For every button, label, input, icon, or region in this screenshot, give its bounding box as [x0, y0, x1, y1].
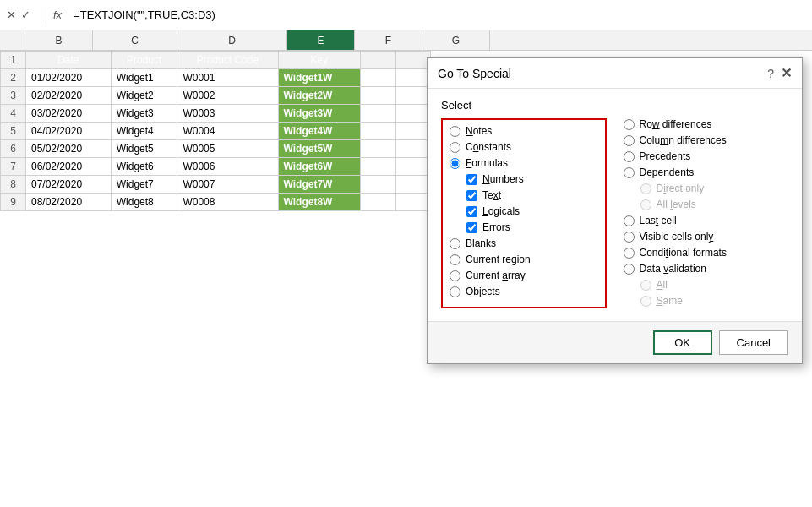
- left-column: Notes Constants Formulas: [441, 118, 607, 311]
- go-to-special-dialog: Go To Special ? ✕ Select Notes: [427, 57, 803, 364]
- direct-only-radio[interactable]: [640, 183, 651, 194]
- all-sub-radio[interactable]: [640, 280, 651, 291]
- same-sub-radio[interactable]: [640, 296, 651, 307]
- visible-only-radio[interactable]: [624, 232, 635, 243]
- dialog-close-button[interactable]: ✕: [781, 65, 792, 81]
- data-validation-radio[interactable]: [624, 264, 635, 275]
- dialog-controls: ? ✕: [767, 65, 792, 81]
- current-array-label: Current array: [466, 270, 526, 281]
- current-region-label: Current region: [466, 254, 531, 265]
- direct-only-label: Direct only: [657, 183, 705, 194]
- row-diff-option[interactable]: Row differences: [624, 118, 789, 130]
- objects-option[interactable]: Objects: [450, 286, 598, 297]
- col-diff-option[interactable]: Column differences: [624, 134, 789, 146]
- all-levels-radio[interactable]: [640, 199, 651, 210]
- ok-button[interactable]: OK: [653, 330, 712, 355]
- validation-sub-options: All Same: [640, 279, 789, 307]
- all-sub-option[interactable]: All: [640, 279, 789, 291]
- dialog-title: Go To Special: [438, 67, 511, 80]
- last-cell-label: Last cell: [640, 215, 677, 226]
- right-column: Row differences Column differences Prece…: [624, 118, 789, 311]
- row-diff-radio[interactable]: [624, 119, 635, 130]
- direct-only-option[interactable]: Direct only: [640, 183, 789, 194]
- dependents-sub-options: Direct only All levels: [640, 183, 789, 210]
- dependents-label: Dependents: [640, 166, 695, 178]
- row-diff-label: Row differences: [640, 118, 712, 130]
- precedents-label: Precedents: [640, 150, 691, 162]
- errors-checkbox[interactable]: [466, 222, 477, 233]
- current-array-option[interactable]: Current array: [450, 270, 598, 281]
- text-option[interactable]: Text: [466, 189, 598, 201]
- dialog-overlay: Go To Special ? ✕ Select Notes: [0, 0, 812, 507]
- current-array-radio[interactable]: [450, 270, 460, 281]
- errors-option[interactable]: Errors: [466, 221, 598, 233]
- logicals-label: Logicals: [482, 205, 520, 217]
- same-sub-option[interactable]: Same: [640, 295, 789, 307]
- cancel-button[interactable]: Cancel: [719, 330, 788, 355]
- formulas-option[interactable]: Formulas: [450, 157, 598, 169]
- current-region-option[interactable]: Current region: [450, 254, 598, 265]
- conditional-fmt-radio[interactable]: [624, 248, 635, 259]
- constants-radio[interactable]: [450, 142, 460, 153]
- last-cell-option[interactable]: Last cell: [624, 215, 789, 226]
- text-label: Text: [482, 189, 501, 201]
- dialog-columns: Notes Constants Formulas: [441, 118, 788, 311]
- last-cell-radio[interactable]: [624, 215, 635, 226]
- logicals-checkbox[interactable]: [466, 206, 477, 217]
- data-validation-option[interactable]: Data validation: [624, 263, 789, 275]
- numbers-label: Numbers: [482, 173, 524, 185]
- formulas-radio[interactable]: [450, 158, 460, 169]
- notes-label: Notes: [466, 125, 492, 137]
- current-region-radio[interactable]: [450, 254, 460, 265]
- conditional-fmt-option[interactable]: Conditional formats: [624, 247, 789, 259]
- dependents-option[interactable]: Dependents: [624, 166, 789, 178]
- all-levels-option[interactable]: All levels: [640, 199, 789, 210]
- notes-option[interactable]: Notes: [450, 125, 598, 137]
- visible-only-option[interactable]: Visible cells only: [624, 231, 789, 243]
- col-diff-radio[interactable]: [624, 135, 635, 146]
- objects-radio[interactable]: [450, 286, 460, 297]
- numbers-checkbox[interactable]: [466, 174, 477, 185]
- dialog-titlebar: Go To Special ? ✕: [428, 58, 802, 89]
- left-options-box: Notes Constants Formulas: [441, 118, 607, 308]
- all-sub-label: All: [657, 279, 668, 291]
- precedents-option[interactable]: Precedents: [624, 150, 789, 162]
- formulas-label: Formulas: [466, 157, 508, 169]
- constants-option[interactable]: Constants: [450, 141, 598, 153]
- numbers-option[interactable]: Numbers: [466, 173, 598, 185]
- data-validation-label: Data validation: [640, 263, 706, 275]
- spreadsheet: ✕ ✓ fx B C D E F G 1 Date Product Produc…: [0, 0, 812, 507]
- select-label: Select: [441, 99, 788, 112]
- col-diff-label: Column differences: [640, 134, 727, 146]
- blanks-option[interactable]: Blanks: [450, 237, 598, 249]
- all-levels-label: All levels: [657, 199, 696, 210]
- visible-only-label: Visible cells only: [640, 231, 714, 243]
- constants-label: Constants: [466, 141, 511, 153]
- blanks-radio[interactable]: [450, 238, 460, 249]
- precedents-radio[interactable]: [624, 151, 635, 162]
- conditional-fmt-label: Conditional formats: [640, 247, 727, 259]
- dependents-radio[interactable]: [624, 167, 635, 178]
- blanks-label: Blanks: [466, 237, 496, 249]
- notes-radio[interactable]: [450, 126, 460, 137]
- objects-label: Objects: [466, 286, 500, 297]
- dialog-body: Select Notes Constants: [428, 89, 802, 321]
- errors-label: Errors: [482, 221, 510, 233]
- dialog-footer: OK Cancel: [428, 321, 802, 363]
- same-sub-label: Same: [657, 295, 683, 307]
- text-checkbox[interactable]: [466, 190, 477, 201]
- dialog-help-button[interactable]: ?: [767, 67, 774, 80]
- logicals-option[interactable]: Logicals: [466, 205, 598, 217]
